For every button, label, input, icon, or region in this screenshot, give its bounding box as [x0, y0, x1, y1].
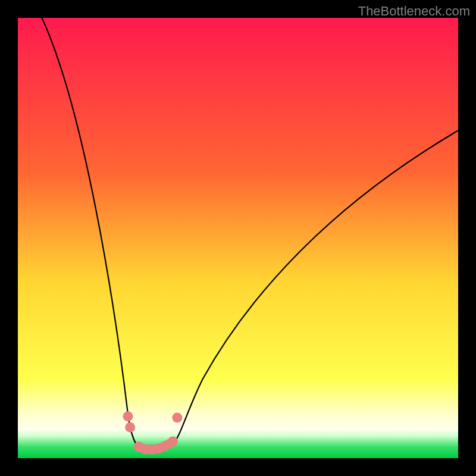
marker-dot	[125, 422, 135, 433]
marker-dot	[172, 412, 182, 422]
marker-dot	[168, 436, 178, 446]
chart-svg	[18, 18, 458, 458]
chart-container: TheBottleneck.com	[0, 0, 476, 476]
marker-dot	[123, 411, 133, 421]
watermark-text: TheBottleneck.com	[358, 4, 470, 19]
plot-area	[18, 18, 458, 458]
background-gradient	[18, 18, 458, 458]
